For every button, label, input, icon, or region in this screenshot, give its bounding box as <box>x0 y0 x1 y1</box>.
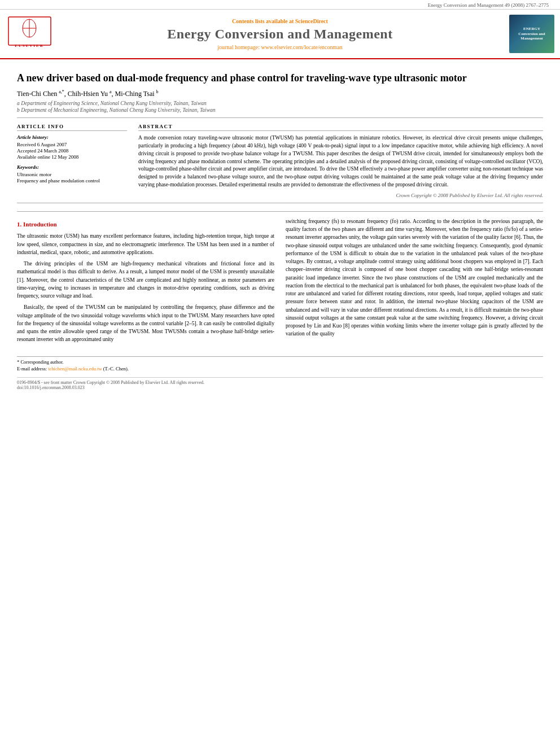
header-center: Contents lists available at ScienceDirec… <box>56 18 504 50</box>
intro-para1: The ultrasonic motor (USM) has many exce… <box>17 232 274 256</box>
footnotes: * Corresponding author. E-mail address: … <box>17 356 543 372</box>
right-col-para1: switching frequency (fs) to resonant fre… <box>286 217 543 338</box>
journal-homepage: journal homepage: www.elsevier.com/locat… <box>56 44 504 50</box>
keywords-label: Keywords: <box>17 164 127 170</box>
right-logo-box: ENERGYConversion andManagement <box>509 15 554 53</box>
accepted-date: Accepted 24 March 2008 <box>17 148 127 154</box>
body-two-col: 1. Introduction The ultrasonic motor (US… <box>17 217 543 347</box>
info-abstract-section: Article Info Article history: Received 6… <box>17 124 543 198</box>
affiliation-b: b Department of Mechanical Engineering, … <box>17 107 543 113</box>
journal-right-logo: ENERGYConversion andManagement <box>504 15 554 53</box>
keyword-1: Ultrasonic motor <box>17 172 127 177</box>
intro-heading: 1. Introduction <box>17 220 274 229</box>
available-date: Available online 12 May 2008 <box>17 154 127 160</box>
abstract-text: A mode conversion rotary traveling-wave … <box>138 134 543 189</box>
body-section: 1. Introduction The ultrasonic motor (US… <box>17 211 543 347</box>
article-history: Article history: Received 6 August 2007 … <box>17 134 127 160</box>
body-right-col: switching frequency (fs) to resonant fre… <box>286 217 543 347</box>
divider-2 <box>17 203 543 203</box>
article-title: A new driver based on dual-mode frequenc… <box>17 72 543 85</box>
journal-line: Energy Conversion and Management 49 (200… <box>0 0 560 10</box>
elsevier-logo-svg: ELSEVIER <box>6 14 54 53</box>
body-left-col: 1. Introduction The ultrasonic motor (US… <box>17 217 274 347</box>
page-footer: 0196-8904/$ - see front matter Crown Cop… <box>17 377 543 390</box>
keyword-2: Frequency and phase modulation control <box>17 178 127 184</box>
footer-issn: 0196-8904/$ - see front matter Crown Cop… <box>17 380 543 385</box>
journal-header: ELSEVIER Contents lists available at Sci… <box>0 10 560 59</box>
main-content: A new driver based on dual-mode frequenc… <box>0 59 560 396</box>
intro-para3: Basically, the speed of the TWUSM can be… <box>17 303 274 343</box>
corresponding-author: * Corresponding author. <box>17 359 543 365</box>
svg-text:ELSEVIER: ELSEVIER <box>15 43 43 48</box>
affiliation-a: a Department of Engineering Science, Nat… <box>17 101 543 106</box>
article-info-column: Article Info Article history: Received 6… <box>17 124 127 198</box>
authors-line: Tien-Chi Chen a,*, Chih-Hsien Yu a, Mi-C… <box>17 89 543 98</box>
abstract-label: Abstract <box>138 124 543 131</box>
abstract-column: Abstract A mode conversion rotary travel… <box>138 124 543 198</box>
elsevier-logo: ELSEVIER <box>6 14 56 54</box>
intro-para2: The driving principles of the USM are hi… <box>17 260 274 300</box>
sciencedirect-line: Contents lists available at ScienceDirec… <box>56 18 504 24</box>
article-keywords: Keywords: Ultrasonic motor Frequency and… <box>17 164 127 184</box>
divider-1 <box>17 117 543 118</box>
journal-title-header: Energy Conversion and Management <box>56 27 504 42</box>
email-footnote: E-mail address: tchichen@mail.ncku.edu.t… <box>17 366 543 372</box>
history-label: Article history: <box>17 134 127 140</box>
received-date: Received 6 August 2007 <box>17 142 127 147</box>
right-logo-title: ENERGYConversion andManagement <box>518 27 545 41</box>
crown-copyright: Crown Copyright © 2008 Published by Else… <box>138 193 543 198</box>
article-info-label: Article Info <box>17 124 127 131</box>
footer-doi: doi:10.1016/j.enconman.2008.03.023 <box>17 385 543 390</box>
